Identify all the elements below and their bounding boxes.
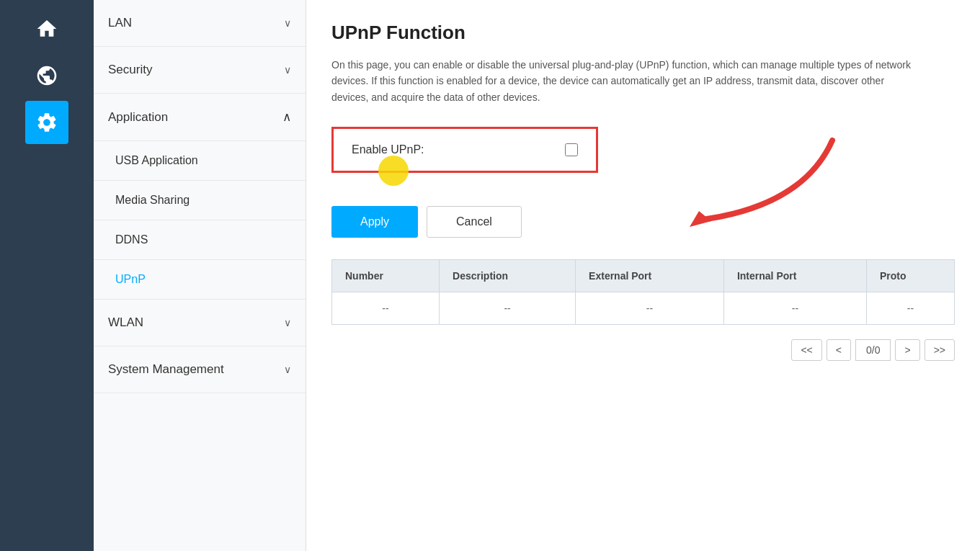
col-internal-port: Internal Port: [723, 260, 866, 292]
table-row: -- -- -- -- --: [332, 292, 955, 325]
nav-item-wlan[interactable]: WLAN ∨: [94, 300, 306, 346]
sidebar-icon-home[interactable]: [25, 7, 68, 50]
enable-upnp-box: Enable UPnP:: [331, 127, 598, 173]
col-number: Number: [332, 260, 440, 292]
sidebar-icon-network[interactable]: [25, 54, 68, 97]
sidebar: [0, 0, 94, 551]
page-title: UPnP Function: [331, 22, 955, 44]
col-description: Description: [440, 260, 576, 292]
cell-internal-port: --: [723, 292, 866, 325]
chevron-up-icon: ∧: [282, 109, 291, 125]
nav-sub-item-usb-application[interactable]: USB Application: [94, 141, 306, 181]
cell-proto: --: [867, 292, 955, 325]
pagination-first[interactable]: <<: [791, 339, 821, 361]
pagination: << < 0/0 > >>: [331, 339, 955, 361]
page-description: On this page, you can enable or disable …: [331, 57, 922, 105]
cell-description: --: [440, 292, 576, 325]
sidebar-icon-settings[interactable]: [25, 101, 68, 144]
nav-sub-item-ddns[interactable]: DDNS: [94, 220, 306, 260]
pagination-next[interactable]: >: [895, 339, 919, 361]
pagination-prev[interactable]: <: [827, 339, 851, 361]
nav-item-application[interactable]: Application ∧: [94, 94, 306, 141]
chevron-down-icon: ∨: [284, 317, 291, 328]
col-proto: Proto: [867, 260, 955, 292]
nav-item-security[interactable]: Security ∨: [94, 47, 306, 94]
enable-upnp-checkbox[interactable]: [565, 143, 578, 156]
cell-number: --: [332, 292, 440, 325]
nav-sub-item-upnp[interactable]: UPnP: [94, 260, 306, 300]
col-external-port: External Port: [576, 260, 724, 292]
cancel-button[interactable]: Cancel: [427, 206, 522, 238]
cell-external-port: --: [576, 292, 724, 325]
apply-button[interactable]: Apply: [331, 206, 418, 238]
arrow-annotation: [659, 133, 847, 266]
pagination-info: 0/0: [855, 339, 891, 361]
nav-item-lan[interactable]: LAN ∨: [94, 0, 306, 47]
chevron-down-icon: ∨: [284, 364, 291, 375]
nav-sub-item-media-sharing[interactable]: Media Sharing: [94, 181, 306, 220]
nav-item-system-management[interactable]: System Management ∨: [94, 346, 306, 393]
main-content: UPnP Function On this page, you can enab…: [306, 0, 980, 551]
chevron-down-icon: ∨: [284, 17, 291, 29]
enable-upnp-label: Enable UPnP:: [352, 143, 424, 156]
data-table: Number Description External Port Interna…: [331, 259, 955, 325]
pagination-last[interactable]: >>: [925, 339, 955, 361]
nav-panel: LAN ∨ Security ∨ Application ∧ USB Appli…: [94, 0, 306, 551]
action-buttons: Apply Cancel: [331, 206, 955, 238]
chevron-down-icon: ∨: [284, 64, 291, 76]
